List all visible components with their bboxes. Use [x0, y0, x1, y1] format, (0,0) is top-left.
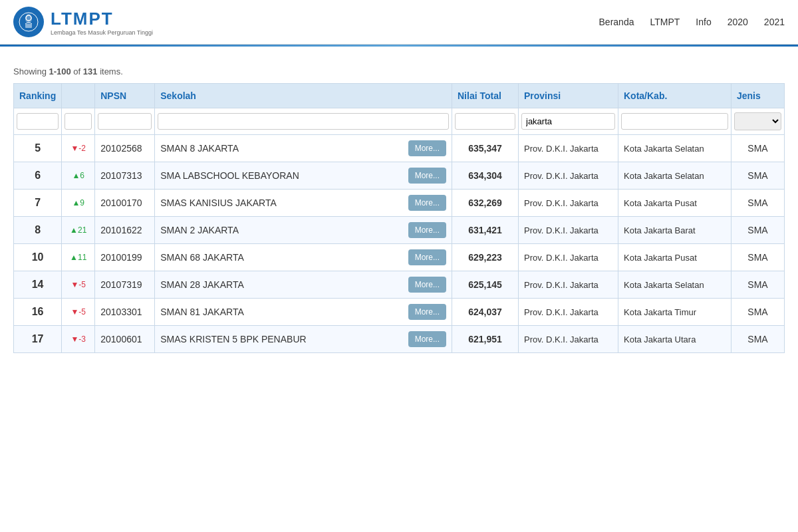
table-row: 10▲1120100199SMAN 68 JAKARTAMore...629,2… [14, 244, 785, 271]
change-cell: ▲11 [62, 244, 95, 271]
nilai-cell: 634,304 [452, 162, 519, 190]
rank-cell: 14 [14, 271, 62, 299]
main-nav: Beranda LTMPT Info 2020 2021 [599, 17, 785, 27]
nav-beranda[interactable]: Beranda [599, 17, 634, 27]
filter-npsn-input[interactable] [98, 113, 152, 130]
rank-cell: 16 [14, 299, 62, 326]
rank-cell: 7 [14, 190, 62, 217]
filter-nilai-cell [452, 108, 519, 135]
col-change [62, 84, 95, 108]
nilai-cell: 635,347 [452, 135, 519, 162]
nav-info[interactable]: Info [696, 17, 711, 27]
col-sekolah: Sekolah [155, 84, 452, 108]
table-row: 17▼-320100601SMAS KRISTEN 5 BPK PENABURM… [14, 326, 785, 353]
rankings-table: Ranking NPSN Sekolah Nilai Total Provins… [13, 83, 785, 353]
arrow-up-icon: ▲11 [70, 253, 86, 262]
jenis-cell: SMA [732, 190, 785, 217]
npsn-cell: 20107319 [95, 271, 155, 299]
nav-2020[interactable]: 2020 [728, 17, 748, 27]
showing-suffix: items. [98, 66, 123, 76]
npsn-cell: 20101622 [95, 217, 155, 244]
col-nilai-total: Nilai Total [452, 84, 519, 108]
filter-row: SMA SMK MA [14, 108, 785, 135]
logo-title: LTMPT [51, 9, 153, 29]
school-cell: SMAS KRISTEN 5 BPK PENABURMore... [155, 326, 452, 353]
provinsi-cell: Prov. D.K.I. Jakarta [519, 299, 618, 326]
school-cell: SMAN 8 JAKARTAMore... [155, 135, 452, 162]
rank-cell: 5 [14, 135, 62, 162]
table-row: 5▼-220102568SMAN 8 JAKARTAMore...635,347… [14, 135, 785, 162]
rank-cell: 8 [14, 217, 62, 244]
arrow-down-icon: ▼-3 [70, 334, 86, 344]
col-ranking: Ranking [14, 84, 62, 108]
change-cell: ▼-3 [62, 326, 95, 353]
provinsi-cell: Prov. D.K.I. Jakarta [519, 271, 618, 299]
col-jenis: Jenis [732, 84, 785, 108]
showing-label: Showing [13, 66, 49, 76]
filter-kota-input[interactable] [621, 113, 728, 130]
more-button[interactable]: More... [408, 222, 446, 238]
school-name: SMAS KANISIUS JAKARTA [160, 198, 277, 208]
logo-subtitle: Lembaga Tes Masuk Perguruan Tinggi [51, 29, 153, 36]
school-name: SMAN 81 JAKARTA [160, 307, 244, 317]
filter-provinsi-cell [519, 108, 618, 135]
table-row: 8▲2120101622SMAN 2 JAKARTAMore...631,421… [14, 217, 785, 244]
arrow-down-icon: ▼-5 [70, 280, 86, 289]
arrow-down-icon: ▼-2 [70, 144, 86, 153]
filter-nilai-input[interactable] [455, 113, 515, 130]
col-kota-kab: Kota/Kab. [618, 84, 732, 108]
arrow-up-icon: ▲21 [70, 225, 86, 235]
jenis-cell: SMA [732, 162, 785, 190]
more-button[interactable]: More... [408, 140, 446, 156]
showing-range: 1-100 [49, 66, 70, 76]
logo-text: LTMPT Lembaga Tes Masuk Perguruan Tinggi [51, 9, 153, 36]
nilai-cell: 631,421 [452, 217, 519, 244]
kota-cell: Kota Jakarta Selatan [618, 162, 732, 190]
provinsi-cell: Prov. D.K.I. Jakarta [519, 135, 618, 162]
change-cell: ▼-5 [62, 271, 95, 299]
table-body: 5▼-220102568SMAN 8 JAKARTAMore...635,347… [14, 135, 785, 353]
school-cell: SMAN 28 JAKARTAMore... [155, 271, 452, 299]
filter-jenis-cell: SMA SMK MA [732, 108, 785, 135]
more-button[interactable]: More... [408, 195, 446, 211]
jenis-cell: SMA [732, 271, 785, 299]
npsn-cell: 20100170 [95, 190, 155, 217]
col-npsn: NPSN [95, 84, 155, 108]
more-button[interactable]: More... [408, 249, 446, 265]
nilai-cell: 624,037 [452, 299, 519, 326]
provinsi-cell: Prov. D.K.I. Jakarta [519, 217, 618, 244]
more-button[interactable]: More... [408, 168, 446, 184]
nav-2021[interactable]: 2021 [764, 17, 785, 27]
logo-area: LTMPT Lembaga Tes Masuk Perguruan Tinggi [13, 7, 153, 37]
logo-icon [13, 7, 44, 37]
rank-cell: 6 [14, 162, 62, 190]
showing-of: of [71, 66, 83, 76]
table-header-row: Ranking NPSN Sekolah Nilai Total Provins… [14, 84, 785, 108]
kota-cell: Kota Jakarta Timur [618, 299, 732, 326]
more-button[interactable]: More... [408, 277, 446, 293]
nilai-cell: 621,951 [452, 326, 519, 353]
col-provinsi: Provinsi [519, 84, 618, 108]
filter-provinsi-input[interactable] [521, 113, 615, 130]
more-button[interactable]: More... [408, 304, 446, 320]
header: LTMPT Lembaga Tes Masuk Perguruan Tinggi… [0, 0, 798, 45]
jenis-cell: SMA [732, 244, 785, 271]
npsn-cell: 20100601 [95, 326, 155, 353]
provinsi-cell: Prov. D.K.I. Jakarta [519, 326, 618, 353]
rank-cell: 10 [14, 244, 62, 271]
showing-text: Showing 1-100 of 131 items. [13, 66, 785, 76]
svg-rect-2 [25, 24, 32, 28]
school-name: SMAN 68 JAKARTA [160, 252, 244, 263]
filter-ranking-input[interactable] [17, 113, 59, 130]
change-cell: ▼-2 [62, 135, 95, 162]
school-name: SMAS KRISTEN 5 BPK PENABUR [160, 334, 306, 344]
filter-sekolah-cell [155, 108, 452, 135]
npsn-cell: 20103301 [95, 299, 155, 326]
filter-jenis-select[interactable]: SMA SMK MA [734, 112, 781, 130]
filter-change-input[interactable] [65, 113, 92, 130]
filter-sekolah-input[interactable] [158, 113, 449, 130]
showing-count: 131 [83, 66, 98, 76]
more-button[interactable]: More... [408, 331, 446, 347]
jenis-cell: SMA [732, 299, 785, 326]
nav-ltmpt[interactable]: LTMPT [650, 17, 680, 27]
